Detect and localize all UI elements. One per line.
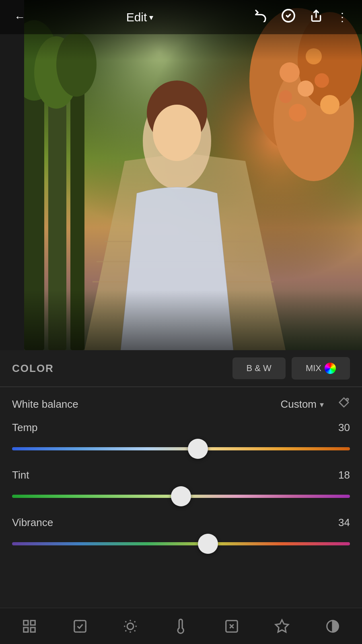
- back-button[interactable]: ←: [12, 9, 27, 26]
- temp-value: 30: [338, 421, 350, 434]
- vignette-tool-button[interactable]: [216, 617, 248, 636]
- svg-point-21: [279, 90, 292, 103]
- svg-point-24: [153, 105, 201, 161]
- more-button[interactable]: ⋮: [335, 8, 350, 26]
- svg-rect-28: [24, 620, 28, 625]
- photo-svg: [24, 0, 362, 350]
- bw-circle-tool-button[interactable]: [317, 617, 349, 636]
- light-tool-button[interactable]: [114, 617, 146, 636]
- temp-thumb[interactable]: [188, 439, 208, 459]
- eyedropper-icon[interactable]: [338, 397, 350, 412]
- svg-line-40: [125, 630, 126, 631]
- svg-point-18: [315, 73, 329, 88]
- svg-marker-43: [276, 620, 289, 632]
- svg-point-27: [346, 398, 348, 400]
- tint-slider[interactable]: [12, 486, 350, 506]
- temp-track: [12, 447, 350, 450]
- svg-rect-26: [24, 290, 362, 350]
- vibrance-thumb[interactable]: [198, 534, 218, 554]
- photo-image: [24, 0, 362, 350]
- tint-thumb[interactable]: [171, 486, 191, 506]
- svg-rect-29: [31, 620, 35, 625]
- bw-tab-label: B & W: [247, 363, 272, 374]
- color-tab-label[interactable]: COLOR: [12, 362, 226, 375]
- temp-label: Temp: [12, 421, 38, 434]
- bottom-toolbar: [0, 608, 362, 644]
- tint-value: 18: [338, 469, 350, 481]
- curves-tool-button[interactable]: [266, 617, 298, 636]
- white-balance-dropdown[interactable]: Custom ▾: [280, 398, 324, 411]
- white-balance-chevron: ▾: [320, 400, 324, 409]
- svg-rect-30: [24, 627, 28, 632]
- svg-point-16: [298, 80, 314, 97]
- tint-slider-row: Tint 18: [12, 469, 350, 506]
- top-bar: ← Edit ▾ ⋮: [0, 0, 362, 34]
- tabs-row: COLOR B & W MIX: [0, 350, 362, 386]
- control-panel: COLOR B & W MIX White balance Custom ▾: [0, 350, 362, 644]
- svg-point-19: [320, 95, 339, 114]
- temp-slider[interactable]: [12, 439, 350, 459]
- mix-tab-label: MIX: [306, 363, 321, 374]
- svg-point-33: [127, 623, 134, 630]
- frames-tool-button[interactable]: [13, 617, 45, 636]
- vibrance-slider[interactable]: [12, 534, 350, 554]
- bw-tab-button[interactable]: B & W: [232, 357, 286, 379]
- undo-button[interactable]: [252, 7, 269, 27]
- temp-slider-row: Temp 30: [12, 421, 350, 459]
- vibrance-label: Vibrance: [12, 516, 53, 529]
- edit-menu[interactable]: Edit ▾: [126, 10, 154, 24]
- color-temp-tool-button[interactable]: [165, 617, 197, 636]
- photo-area: [24, 0, 362, 350]
- mix-color-wheel-icon: [325, 363, 336, 374]
- vibrance-slider-row: Vibrance 34: [12, 516, 350, 554]
- edit-chevron: ▾: [149, 12, 153, 22]
- svg-point-17: [289, 104, 306, 122]
- confirm-button[interactable]: [279, 6, 298, 28]
- white-balance-row: White balance Custom ▾: [12, 387, 350, 421]
- settings-area: White balance Custom ▾ Temp 30: [0, 387, 362, 554]
- tint-label: Tint: [12, 469, 29, 481]
- white-balance-label: White balance: [12, 398, 274, 411]
- share-button[interactable]: [308, 7, 325, 27]
- ai-enhance-tool-button[interactable]: [64, 617, 96, 636]
- svg-rect-32: [74, 620, 86, 632]
- svg-point-15: [280, 62, 300, 83]
- svg-line-38: [125, 621, 126, 622]
- mix-tab-button[interactable]: MIX: [292, 357, 350, 380]
- vibrance-track: [12, 542, 350, 545]
- svg-rect-31: [31, 627, 35, 632]
- edit-label: Edit: [126, 10, 147, 24]
- white-balance-value: Custom: [280, 398, 317, 411]
- svg-line-39: [134, 630, 135, 631]
- svg-line-41: [134, 621, 135, 622]
- vibrance-value: 34: [338, 516, 350, 529]
